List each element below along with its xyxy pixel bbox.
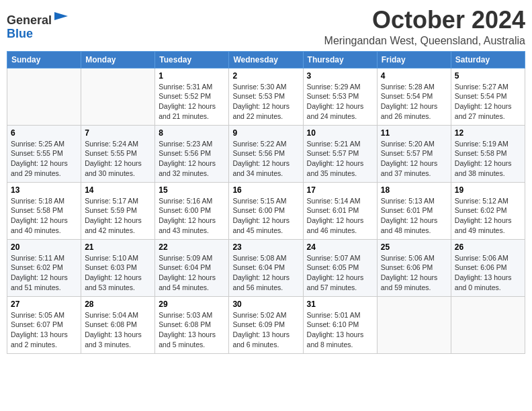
- day-info: Sunrise: 5:15 AM Sunset: 6:00 PM Dayligh…: [232, 196, 299, 236]
- calendar-cell: [7, 68, 81, 125]
- day-number: 25: [381, 242, 447, 252]
- day-number: 6: [11, 128, 77, 138]
- day-info: Sunrise: 5:27 AM Sunset: 5:54 PM Dayligh…: [455, 82, 521, 122]
- calendar-cell: 22Sunrise: 5:09 AM Sunset: 6:04 PM Dayli…: [155, 239, 229, 296]
- day-number: 11: [381, 128, 447, 138]
- day-number: 27: [11, 300, 77, 309]
- day-number: 12: [455, 128, 521, 138]
- logo-general: General: [7, 13, 52, 27]
- header-friday: Friday: [377, 51, 451, 68]
- calendar-cell: 26Sunrise: 5:06 AM Sunset: 6:06 PM Dayli…: [451, 239, 525, 296]
- day-info: Sunrise: 5:01 AM Sunset: 6:10 PM Dayligh…: [307, 310, 373, 350]
- header-sunday: Sunday: [7, 51, 81, 68]
- day-number: 28: [85, 300, 151, 309]
- title-block: October 2024 Meringandan West, Queenslan…: [324, 7, 525, 47]
- calendar-cell: 15Sunrise: 5:16 AM Sunset: 6:00 PM Dayli…: [155, 182, 229, 239]
- day-number: 2: [232, 71, 299, 81]
- day-info: Sunrise: 5:25 AM Sunset: 5:55 PM Dayligh…: [11, 139, 77, 179]
- calendar-cell: [451, 296, 525, 353]
- calendar-cell: 28Sunrise: 5:04 AM Sunset: 6:08 PM Dayli…: [81, 296, 155, 353]
- week-row-2: 6Sunrise: 5:25 AM Sunset: 5:55 PM Daylig…: [7, 125, 525, 182]
- day-number: 22: [159, 242, 225, 252]
- calendar-cell: 3Sunrise: 5:29 AM Sunset: 5:53 PM Daylig…: [303, 68, 377, 125]
- calendar-cell: 31Sunrise: 5:01 AM Sunset: 6:10 PM Dayli…: [303, 296, 377, 353]
- calendar-cell: [81, 68, 155, 125]
- logo-flag-icon: [53, 11, 69, 24]
- calendar-cell: 19Sunrise: 5:12 AM Sunset: 6:02 PM Dayli…: [451, 182, 525, 239]
- header-monday: Monday: [81, 51, 155, 68]
- day-info: Sunrise: 5:05 AM Sunset: 6:07 PM Dayligh…: [11, 310, 77, 350]
- day-number: 19: [455, 185, 521, 195]
- day-info: Sunrise: 5:24 AM Sunset: 5:55 PM Dayligh…: [85, 139, 151, 179]
- day-number: 3: [307, 71, 373, 81]
- day-info: Sunrise: 5:10 AM Sunset: 6:03 PM Dayligh…: [85, 253, 151, 293]
- header-thursday: Thursday: [303, 51, 377, 68]
- day-number: 5: [455, 71, 521, 81]
- svg-marker-0: [54, 12, 68, 20]
- day-info: Sunrise: 5:29 AM Sunset: 5:53 PM Dayligh…: [307, 82, 373, 122]
- day-info: Sunrise: 5:08 AM Sunset: 6:04 PM Dayligh…: [232, 253, 299, 293]
- calendar-cell: 8Sunrise: 5:23 AM Sunset: 5:56 PM Daylig…: [155, 125, 229, 182]
- calendar-cell: 2Sunrise: 5:30 AM Sunset: 5:53 PM Daylig…: [229, 68, 303, 125]
- calendar-cell: 18Sunrise: 5:13 AM Sunset: 6:01 PM Dayli…: [377, 182, 451, 239]
- day-info: Sunrise: 5:14 AM Sunset: 6:01 PM Dayligh…: [307, 196, 373, 236]
- month-title: October 2024: [324, 7, 525, 34]
- day-number: 18: [381, 185, 447, 195]
- week-row-1: 1Sunrise: 5:31 AM Sunset: 5:52 PM Daylig…: [7, 68, 525, 125]
- day-info: Sunrise: 5:31 AM Sunset: 5:52 PM Dayligh…: [159, 82, 225, 122]
- day-number: 14: [85, 185, 151, 195]
- day-info: Sunrise: 5:04 AM Sunset: 6:08 PM Dayligh…: [85, 310, 151, 350]
- day-info: Sunrise: 5:18 AM Sunset: 5:58 PM Dayligh…: [11, 196, 77, 236]
- header-wednesday: Wednesday: [229, 51, 303, 68]
- day-info: Sunrise: 5:30 AM Sunset: 5:53 PM Dayligh…: [232, 82, 299, 122]
- calendar-cell: 30Sunrise: 5:02 AM Sunset: 6:09 PM Dayli…: [229, 296, 303, 353]
- day-info: Sunrise: 5:19 AM Sunset: 5:58 PM Dayligh…: [455, 139, 521, 179]
- day-info: Sunrise: 5:28 AM Sunset: 5:54 PM Dayligh…: [381, 82, 447, 122]
- day-info: Sunrise: 5:12 AM Sunset: 6:02 PM Dayligh…: [455, 196, 521, 236]
- page-header: General Blue October 2024 Meringandan We…: [7, 7, 525, 47]
- calendar-cell: 5Sunrise: 5:27 AM Sunset: 5:54 PM Daylig…: [451, 68, 525, 125]
- day-number: 21: [85, 242, 151, 252]
- calendar-cell: 20Sunrise: 5:11 AM Sunset: 6:02 PM Dayli…: [7, 239, 81, 296]
- calendar-cell: 27Sunrise: 5:05 AM Sunset: 6:07 PM Dayli…: [7, 296, 81, 353]
- calendar-cell: 13Sunrise: 5:18 AM Sunset: 5:58 PM Dayli…: [7, 182, 81, 239]
- day-number: 8: [159, 128, 225, 138]
- day-number: 1: [159, 71, 225, 81]
- day-info: Sunrise: 5:16 AM Sunset: 6:00 PM Dayligh…: [159, 196, 225, 236]
- calendar-cell: 1Sunrise: 5:31 AM Sunset: 5:52 PM Daylig…: [155, 68, 229, 125]
- calendar-cell: [377, 296, 451, 353]
- header-saturday: Saturday: [451, 51, 525, 68]
- day-info: Sunrise: 5:03 AM Sunset: 6:08 PM Dayligh…: [159, 310, 225, 350]
- day-info: Sunrise: 5:09 AM Sunset: 6:04 PM Dayligh…: [159, 253, 225, 293]
- week-row-3: 13Sunrise: 5:18 AM Sunset: 5:58 PM Dayli…: [7, 182, 525, 239]
- calendar-cell: 24Sunrise: 5:07 AM Sunset: 6:05 PM Dayli…: [303, 239, 377, 296]
- day-number: 13: [11, 185, 77, 195]
- calendar-cell: 4Sunrise: 5:28 AM Sunset: 5:54 PM Daylig…: [377, 68, 451, 125]
- calendar-cell: 6Sunrise: 5:25 AM Sunset: 5:55 PM Daylig…: [7, 125, 81, 182]
- logo-blue: Blue: [7, 27, 33, 40]
- calendar-table: SundayMondayTuesdayWednesdayThursdayFrid…: [7, 51, 525, 354]
- day-info: Sunrise: 5:17 AM Sunset: 5:59 PM Dayligh…: [85, 196, 151, 236]
- calendar-body: 1Sunrise: 5:31 AM Sunset: 5:52 PM Daylig…: [7, 68, 525, 353]
- day-info: Sunrise: 5:13 AM Sunset: 6:01 PM Dayligh…: [381, 196, 447, 236]
- week-row-5: 27Sunrise: 5:05 AM Sunset: 6:07 PM Dayli…: [7, 296, 525, 353]
- day-number: 9: [232, 128, 299, 138]
- day-info: Sunrise: 5:02 AM Sunset: 6:09 PM Dayligh…: [232, 310, 299, 350]
- header-tuesday: Tuesday: [155, 51, 229, 68]
- calendar-cell: 7Sunrise: 5:24 AM Sunset: 5:55 PM Daylig…: [81, 125, 155, 182]
- day-number: 10: [307, 128, 373, 138]
- calendar-cell: 11Sunrise: 5:20 AM Sunset: 5:57 PM Dayli…: [377, 125, 451, 182]
- calendar-cell: 9Sunrise: 5:22 AM Sunset: 5:56 PM Daylig…: [229, 125, 303, 182]
- day-number: 15: [159, 185, 225, 195]
- day-info: Sunrise: 5:23 AM Sunset: 5:56 PM Dayligh…: [159, 139, 225, 179]
- day-number: 20: [11, 242, 77, 252]
- day-number: 4: [381, 71, 447, 81]
- calendar-cell: 17Sunrise: 5:14 AM Sunset: 6:01 PM Dayli…: [303, 182, 377, 239]
- day-info: Sunrise: 5:21 AM Sunset: 5:57 PM Dayligh…: [307, 139, 373, 179]
- day-info: Sunrise: 5:22 AM Sunset: 5:56 PM Dayligh…: [232, 139, 299, 179]
- week-row-4: 20Sunrise: 5:11 AM Sunset: 6:02 PM Dayli…: [7, 239, 525, 296]
- day-number: 29: [159, 300, 225, 309]
- logo: General Blue: [7, 11, 69, 41]
- day-number: 7: [85, 128, 151, 138]
- calendar-header-row: SundayMondayTuesdayWednesdayThursdayFrid…: [7, 51, 525, 68]
